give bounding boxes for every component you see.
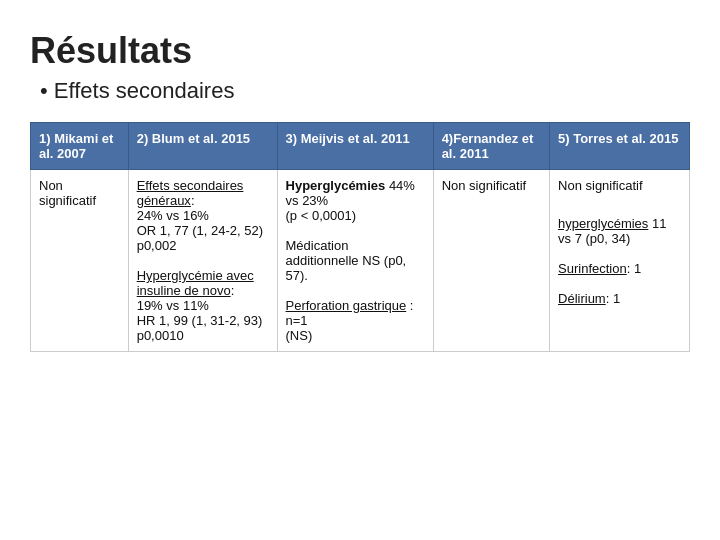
col5-part1-label: hyperglycémies: [558, 216, 648, 231]
cell-1-2: Effets secondaires généraux: 24% vs 16% …: [128, 170, 277, 352]
results-table: 1) Mikami et al. 2007 2) Blum et al. 201…: [30, 122, 690, 352]
cell-1-5: Non significatif hyperglycémies 11 vs 7 …: [550, 170, 690, 352]
cell-1-3: Hyperglycémies 44% vs 23% (p < 0,0001) M…: [277, 170, 433, 352]
page: Résultats Effets secondaires 1) Mikami e…: [0, 0, 720, 540]
page-subtitle: Effets secondaires: [30, 78, 690, 104]
page-title: Résultats: [30, 30, 690, 72]
col5-part3-label: Délirium: [558, 291, 606, 306]
col5-part2-label: Surinfection: [558, 261, 627, 276]
col2-part2-label: Hyperglycémie avec insuline de novo: [137, 268, 254, 298]
col-header-2: 2) Blum et al. 2015: [128, 123, 277, 170]
col-header-5: 5) Torres et al. 2015: [550, 123, 690, 170]
col3-part2-label: Médication additionnelle NS: [286, 238, 381, 268]
col-header-3: 3) Meijvis et al. 2011: [277, 123, 433, 170]
col3-part3-label: Perforation gastrique: [286, 298, 407, 313]
col5-part2-text: : 1: [627, 261, 641, 276]
col-header-4: 4)Fernandez et al. 2011: [433, 123, 549, 170]
cell-1-1: Non significatif: [31, 170, 129, 352]
cell-1-4: Non significatif: [433, 170, 549, 352]
table-row: Non significatif Effets secondaires géné…: [31, 170, 690, 352]
col3-part1-label: Hyperglycémies: [286, 178, 386, 193]
col5-part3-text: : 1: [606, 291, 620, 306]
col-header-1: 1) Mikami et al. 2007: [31, 123, 129, 170]
